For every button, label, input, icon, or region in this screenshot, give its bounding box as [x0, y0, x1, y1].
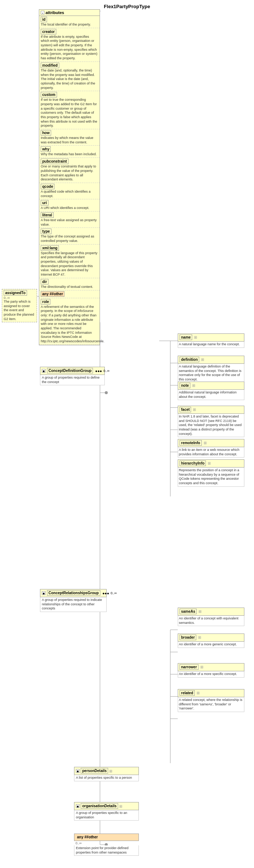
prop-custom-name: custom	[41, 92, 57, 97]
prop-type-name: type	[41, 229, 51, 234]
remote-info-icon: ⊞	[204, 441, 207, 445]
cdg-label: ConceptDefinitionGroup	[47, 368, 93, 373]
pd-label: personDetails	[81, 768, 108, 774]
name-label: name	[180, 335, 192, 340]
cdg-mult-range: 0..∞	[103, 369, 109, 373]
name-desc: A natural language name for the concept.	[178, 342, 244, 348]
concept-def-group-box: ■ ConceptDefinitionGroup ●●● 0..∞ A grou…	[40, 367, 105, 385]
assigned-to-box: assignedTo 0..∞ The party which is assig…	[2, 289, 37, 322]
prop-uri-desc: A URI which identifies a concept.	[41, 206, 98, 210]
related-box: related ⊞ A related concept, where the r…	[178, 689, 244, 712]
prop-id-name: id	[41, 17, 47, 22]
prop-why-desc: Why the metadata has been included.	[41, 152, 98, 157]
same-as-icon: ⊞	[198, 609, 201, 613]
org-details-box: ■ organisationDetails ⊞ A group of prope…	[74, 802, 139, 821]
svg-point-25	[105, 391, 108, 394]
same-as-label: sameAs	[180, 609, 197, 614]
facet-desc: In NAR 1.8 and later, facet is deprecate…	[178, 414, 244, 437]
pd-link-icon: ⊞	[109, 769, 112, 773]
prop-type: type The type of the concept assigned as…	[39, 228, 100, 244]
prop-xmllang-desc: Specifies the language of this property …	[41, 251, 98, 277]
prop-dir: dir The directionality of textual conten…	[39, 278, 100, 290]
prop-literal: literal A free-text value assigned as pr…	[39, 212, 100, 228]
prop-role: role A refinement of the semantics of th…	[39, 298, 100, 345]
prop-uri: uri A URI which identifies a concept.	[39, 199, 100, 212]
same-as-box: sameAs ⊞ An identifier of a concept with…	[178, 608, 244, 626]
note-desc: Additional natural language information …	[178, 390, 244, 400]
prop-creator-desc: If the attribute is empty, specifies whi…	[41, 35, 98, 61]
remote-info-desc: A link to an item or a web resource whic…	[178, 447, 244, 458]
assigned-to-label: assignedTo	[4, 290, 27, 296]
prop-creator: creator If the attribute is empty, speci…	[39, 28, 100, 62]
narrower-icon: ⊞	[200, 665, 203, 669]
crg-mult-range: 0..∞	[111, 591, 117, 595]
definition-label: definition	[180, 357, 199, 362]
note-icon: ⊞	[192, 383, 195, 388]
prop-why-name: why	[41, 146, 51, 152]
broader-box: broader ⊞ An identifier of a more generi…	[178, 633, 244, 648]
crg-desc: A group of properties required to indica…	[40, 597, 107, 612]
prop-pubconstraint: pubconstraint One or many constraints th…	[39, 158, 100, 183]
prop-how: how Indicates by which means the value w…	[39, 129, 100, 146]
facet-label: facet	[180, 407, 191, 412]
related-label: related	[180, 690, 195, 696]
prop-xmllang-name: xml:lang	[41, 245, 59, 251]
od-desc: A group of properties specific to an org…	[74, 810, 139, 821]
person-details-box: ■ personDetails ⊞ A list of properties s…	[74, 767, 139, 781]
any-other-bottom-box: any ##other 0..∞ Extension point for pro…	[74, 834, 139, 856]
hierarchy-info-icon: ⊞	[208, 461, 211, 465]
prop-custom: custom If set to true the corresponding …	[39, 91, 100, 129]
prop-literal-desc: A free-text value assigned as property v…	[41, 218, 98, 227]
prop-how-name: how	[41, 130, 51, 136]
attributes-label: attributes	[46, 10, 64, 15]
definition-box: definition ⊞ A natural language definiti…	[178, 356, 244, 383]
broader-label: broader	[180, 635, 196, 640]
broader-icon: ⊞	[198, 635, 201, 639]
prop-how-desc: Indicates by which means the value was e…	[41, 136, 98, 144]
od-label: organisationDetails	[81, 803, 118, 809]
concept-rel-group-box: ■ ConceptRelationshipsGroup ●●● 0..∞ A g…	[40, 589, 107, 612]
page-title: Flex1PartyPropType	[4, 4, 250, 9]
prop-any-other-name: any ##other	[41, 291, 64, 297]
definition-icon: ⊞	[201, 357, 204, 362]
any-other-bottom-label: any ##other	[76, 835, 99, 839]
prop-dir-name: dir	[41, 279, 49, 285]
od-link-icon: ⊞	[119, 804, 122, 808]
prop-role-name: role	[41, 299, 50, 305]
prop-qcode: qcode A qualified code which identifies …	[39, 183, 100, 199]
prop-uri-name: uri	[41, 200, 49, 206]
related-icon: ⊞	[197, 691, 200, 695]
prop-literal-name: literal	[41, 212, 54, 218]
pd-icon: ■	[76, 769, 80, 773]
facet-box: facet ⊞ In NAR 1.8 and later, facet is d…	[178, 406, 244, 437]
cdg-icon: ■	[42, 369, 46, 373]
prop-xmllang: xml:lang Specifies the language of this …	[39, 245, 100, 278]
facet-icon: ⊞	[193, 408, 196, 412]
prop-qcode-desc: A qualified code which identifies a conc…	[41, 190, 98, 198]
prop-id: id The local identifier of the property.	[39, 16, 100, 28]
od-icon: ■	[76, 804, 80, 808]
prop-role-desc: A refinement of the semantics of the pro…	[41, 305, 98, 344]
prop-pubconstraint-desc: One or many constraints that apply to pu…	[41, 164, 98, 182]
assigned-to-multiplicity: 0..∞	[4, 296, 35, 300]
prop-id-desc: The local identifier of the property.	[41, 23, 98, 27]
narrower-box: narrower ⊞ An identifier of a more speci…	[178, 663, 244, 678]
hierarchy-info-label: hierarchyInfo	[180, 460, 206, 466]
hierarchy-info-desc: Represents the position of a concept in …	[178, 468, 244, 487]
collapse-icon[interactable]: -	[41, 11, 44, 14]
narrower-label: narrower	[180, 664, 198, 670]
prop-type-desc: The type of the concept assigned as cont…	[41, 235, 98, 243]
prop-any-other: any ##other	[39, 290, 100, 298]
remote-info-label: remoteInfo	[180, 440, 202, 446]
prop-qcode-name: qcode	[41, 184, 54, 189]
prop-modified-name: modified	[41, 63, 59, 68]
related-desc: A related concept, where the relationshi…	[178, 697, 244, 712]
cdg-multiplicity-indicators: ●●●	[95, 369, 102, 373]
prop-dir-desc: The directionality of textual content.	[41, 285, 98, 289]
name-box: name ⊞ A natural language name for the c…	[178, 333, 244, 348]
name-icon: ⊞	[194, 335, 197, 339]
crg-mult-indicators: ●●●	[103, 591, 109, 595]
hierarchy-info-box: hierarchyInfo ⊞ Represents the position …	[178, 459, 244, 487]
same-as-desc: An identifier of a concept with equivale…	[178, 616, 244, 626]
prop-modified-desc: The date (and, optionally, the time) whe…	[41, 69, 98, 90]
